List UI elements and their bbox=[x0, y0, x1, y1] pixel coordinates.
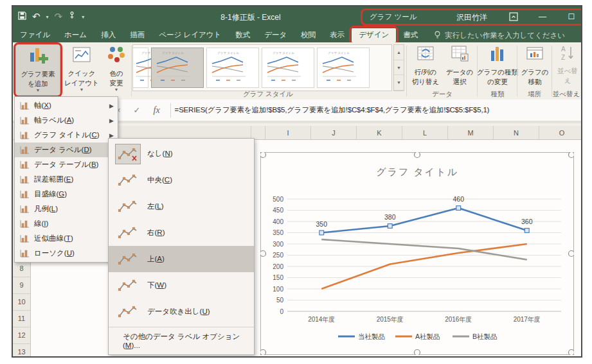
selection-handle[interactable] bbox=[260, 251, 266, 257]
tab-書式[interactable]: 書式 bbox=[396, 28, 425, 42]
submenu-arrow-icon: ▶ bbox=[109, 117, 115, 124]
column-header-O[interactable]: O bbox=[539, 126, 582, 139]
menu-item-label: 誤差範囲(E) bbox=[34, 175, 73, 184]
submenu-item-なし[interactable]: なし(N) bbox=[109, 141, 254, 167]
row-header-13[interactable]: 13 bbox=[13, 343, 30, 358]
menu-item-label: 線(I) bbox=[34, 219, 48, 229]
data-labels-submenu: なし(N)中央(C)左(L)右(R)上(A)下(W)データ吹き出し(U)その他の… bbox=[108, 138, 255, 355]
legend-item-当社製品[interactable]: 当社製品 bbox=[358, 333, 385, 340]
chart-object[interactable]: 050100150200250300350400450500グラフ タイトル20… bbox=[260, 152, 574, 355]
chart-style-thumbnail-4[interactable]: グラフ タイトル bbox=[262, 48, 314, 88]
menu-item-誤差範囲[interactable]: 誤差範囲(E)▶ bbox=[15, 172, 118, 187]
tab-データ[interactable]: データ bbox=[257, 28, 294, 42]
chart-style-thumbnail-1[interactable]: グラフ タイトル bbox=[132, 48, 148, 88]
minimize-icon[interactable]: — bbox=[537, 11, 548, 22]
data-table-icon bbox=[19, 160, 31, 169]
menu-item-データ テーブル[interactable]: データ テーブル(B)▶ bbox=[15, 157, 118, 172]
menu-item-データ ラベル[interactable]: データ ラベル(D)▶ bbox=[15, 143, 118, 157]
column-header-K[interactable]: K bbox=[356, 126, 402, 139]
move-chart-button[interactable]: グラフの 移動 bbox=[519, 44, 550, 96]
menu-item-凡例[interactable]: 凡例(L)▶ bbox=[15, 202, 118, 216]
gallery-scroll-controls: ▲ ▼ ▼ bbox=[393, 44, 404, 91]
line-chart[interactable]: 050100150200250300350400450500グラフ タイトル20… bbox=[260, 152, 574, 355]
submenu-item-データ吹き出し[interactable]: データ吹き出し(U) bbox=[109, 299, 254, 325]
gallery-more-icon[interactable]: ▼ bbox=[394, 75, 404, 91]
submenu-item-label: データ吹き出し(U) bbox=[147, 307, 210, 316]
save-icon[interactable] bbox=[18, 11, 26, 22]
row-header-8[interactable]: 8 bbox=[13, 260, 30, 277]
quick-layout-button[interactable]: クイック レイアウト ▼ bbox=[63, 44, 100, 96]
menu-item-label: 凡例(L) bbox=[34, 204, 58, 214]
submenu-item-左[interactable]: 左(L) bbox=[109, 193, 254, 220]
maximize-icon[interactable]: ☐ bbox=[566, 11, 577, 22]
selection-handle[interactable] bbox=[415, 350, 420, 356]
add-chart-element-button[interactable]: グラフ要素 を追加 ▼ bbox=[15, 44, 60, 96]
tab-数式[interactable]: 数式 bbox=[228, 28, 257, 42]
column-header-M[interactable]: M bbox=[447, 126, 493, 139]
undo-caret-icon[interactable]: ▾ bbox=[46, 14, 49, 20]
column-header-partial[interactable] bbox=[251, 126, 265, 139]
title-bar: ↶▾ ↷ ▾ 8-1修正版 - Excel グラフ ツール 沢田竹洋 — ☐ bbox=[13, 6, 581, 28]
move-chart-label1: グラフの bbox=[521, 68, 549, 76]
row-header-11[interactable]: 11 bbox=[13, 310, 30, 327]
selection-handle[interactable] bbox=[569, 251, 575, 257]
menu-item-近似曲線[interactable]: 近似曲線(T)▶ bbox=[15, 231, 118, 246]
chart-title[interactable]: グラフ タイトル bbox=[376, 166, 458, 177]
selection-handle[interactable] bbox=[260, 152, 266, 158]
menu-item-グラフ タイトル[interactable]: グラフ タイトル(C)▶ bbox=[15, 128, 118, 143]
tab-校閲[interactable]: 校閲 bbox=[294, 28, 323, 42]
selection-handle[interactable] bbox=[260, 350, 266, 356]
submenu-item-右[interactable]: 右(R) bbox=[109, 220, 254, 246]
column-header-L[interactable]: L bbox=[402, 126, 447, 139]
tab-デザイン[interactable]: デザイン bbox=[352, 28, 396, 42]
tab-ファイル[interactable]: ファイル bbox=[13, 28, 57, 42]
quick-layout-label2: レイアウト bbox=[64, 79, 99, 87]
selection-handle[interactable] bbox=[415, 152, 420, 158]
chart-style-thumbnail-3[interactable]: グラフ タイトル bbox=[206, 48, 259, 88]
group-separator bbox=[517, 46, 517, 96]
submenu-item-中央[interactable]: 中央(C) bbox=[109, 167, 254, 193]
ribbon-display-options-icon[interactable] bbox=[508, 11, 519, 22]
tab-ページ レイアウト[interactable]: ページ レイアウト bbox=[152, 28, 228, 42]
chart-style-thumbnail-5[interactable]: グラフ タイトル bbox=[317, 48, 370, 88]
column-header-J[interactable]: J bbox=[310, 126, 356, 139]
tab-ホーム[interactable]: ホーム bbox=[57, 28, 94, 42]
tab-描画[interactable]: 描画 bbox=[123, 28, 152, 42]
undo-icon[interactable]: ↶ bbox=[32, 11, 40, 22]
share-button[interactable]: 共有 bbox=[574, 28, 582, 42]
row-header-9[interactable]: 9 bbox=[13, 277, 30, 294]
touch-mode-icon[interactable] bbox=[68, 11, 76, 22]
row-header-10[interactable]: 10 bbox=[13, 293, 30, 311]
more-data-label-options[interactable]: その他のデータ ラベル オプション(M)... bbox=[109, 327, 254, 352]
switch-row-column-button[interactable]: 行/列の 切り替え bbox=[409, 44, 442, 96]
column-header-I[interactable]: I bbox=[265, 126, 310, 139]
tab-挿入[interactable]: 挿入 bbox=[94, 28, 123, 42]
qat-customize-icon[interactable]: ▾ bbox=[82, 14, 84, 20]
gallery-up-icon[interactable]: ▲ bbox=[394, 45, 404, 60]
chart-style-thumbnail-2[interactable]: グラフ タイトル bbox=[151, 48, 204, 88]
tab-表示[interactable]: 表示 bbox=[323, 28, 352, 42]
selection-handle[interactable] bbox=[569, 350, 575, 356]
change-chart-type-button[interactable]: グラフの種類 の変更 bbox=[480, 44, 516, 96]
gallery-down-icon[interactable]: ▼ bbox=[394, 60, 404, 76]
select-data-button[interactable]: データの 選択 bbox=[444, 44, 476, 96]
insert-function-icon[interactable]: fx bbox=[147, 105, 166, 116]
legend-item-B社製品[interactable]: B社製品 bbox=[472, 333, 498, 340]
legend-item-A社製品[interactable]: A社製品 bbox=[415, 333, 440, 340]
submenu-item-上[interactable]: 上(A) bbox=[109, 246, 254, 272]
formula-text[interactable]: =SERIES(グラフ要素を追加!$B$5,グラフ要素を追加!$C$4:$F$4… bbox=[175, 105, 490, 115]
submenu-item-下[interactable]: 下(W) bbox=[109, 272, 254, 299]
change-colors-button[interactable]: 色の 変更 ▼ bbox=[103, 44, 130, 96]
enter-icon[interactable]: ✓ bbox=[127, 105, 147, 115]
column-header-N[interactable]: N bbox=[493, 126, 539, 139]
data-label: 460 bbox=[453, 195, 464, 203]
menu-item-線[interactable]: 線(I)▶ bbox=[15, 216, 118, 231]
selection-handle[interactable] bbox=[569, 152, 575, 158]
menu-item-軸[interactable]: 軸(X)▶ bbox=[15, 98, 118, 113]
menu-item-軸ラベル[interactable]: 軸ラベル(A)▶ bbox=[15, 113, 118, 128]
menu-item-目盛線[interactable]: 目盛線(G)▶ bbox=[15, 187, 118, 202]
tell-me-box[interactable]: 実行したい作業を入力してください bbox=[425, 28, 574, 42]
x-axis-tick-label: 2016年度 bbox=[445, 316, 472, 323]
row-header-12[interactable]: 12 bbox=[13, 327, 30, 344]
menu-item-ローソク[interactable]: ローソク(U)▶ bbox=[15, 246, 118, 261]
